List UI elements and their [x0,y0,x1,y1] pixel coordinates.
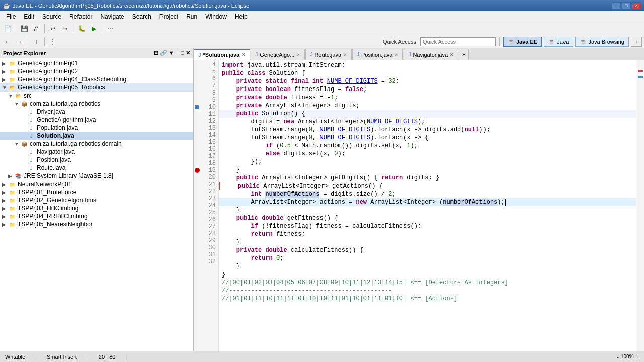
tb-sep3 [73,24,73,33]
tab-solution[interactable]: J *Solution.java ✕ [194,49,250,60]
list-item[interactable]: J Driver.java [0,108,193,116]
menu-item-help[interactable]: Help [231,12,252,21]
list-item[interactable]: ▶ 📁 TSPPrj05_NearestNeighbor [0,220,193,228]
minimize-panel-icon[interactable]: ─ [176,50,180,56]
list-item[interactable]: ▼ 📦 com.za.tutorial.ga.robotics [0,100,193,108]
maximize-button[interactable]: □ [622,2,631,9]
list-item[interactable]: J GeneticAlgorithm.java [0,116,193,124]
list-item[interactable]: J Solution.java [0,132,193,140]
link-editor-icon[interactable]: 🔗 [160,50,167,56]
list-item[interactable]: ▶ 📁 NeuralNetworkPrj01 [0,180,193,188]
minimize-button[interactable]: ─ [612,2,621,9]
menu-item-source[interactable]: Source [38,12,65,21]
code-line: else digits.set(x, 0); [219,150,636,158]
file-label: Navigator.java [37,148,75,155]
tab-close-icon[interactable]: ✕ [394,52,398,57]
list-item[interactable]: J Population.java [0,124,193,132]
list-item[interactable]: ▶ 📁 TSPPrj01_BruteForce [0,188,193,196]
tab-position[interactable]: J Position.java ✕ [352,49,403,60]
quickaccess-input[interactable] [420,37,496,46]
package-label: com.za.tutorial.ga.robotics.domain [30,140,122,147]
menu-item-window[interactable]: Window [201,12,231,21]
tab-close-icon[interactable]: ✕ [450,52,454,57]
forward-button[interactable]: → [14,37,25,47]
list-item[interactable]: ▶ 📁 GeneticAlgorithmPrj04_ClassSchedulin… [0,75,193,83]
new-button[interactable]: 📄 [2,24,13,34]
table-row: 21 [194,181,218,188]
table-row: 11 [194,111,218,118]
perspective-javaee[interactable]: ☕ Java EE [503,37,542,47]
expand-icon: ▼ [8,93,14,99]
list-item[interactable]: ▼ 📂 src [0,92,193,100]
nav-more[interactable]: ⋮ [47,37,58,47]
collapse-all-icon[interactable]: ⊟ [154,50,158,56]
list-item[interactable]: ▶ 📁 TSPPrj03_HillClimbing [0,204,193,212]
list-item[interactable]: ▶ 📁 GeneticAlgorithmPrj02 [0,67,193,75]
close-button[interactable]: ✕ [632,2,641,9]
collapse-icon: ▶ [2,69,8,74]
collapse-icon: ▶ [2,182,8,187]
up-button[interactable]: ↑ [31,37,42,47]
undo-button[interactable]: ↩ [47,24,58,34]
table-row: 23 [194,195,218,202]
table-row: 19 [194,167,218,174]
print-button[interactable]: 🖨 [31,24,42,34]
toolbar-perspectives: ← → ↑ ⋮ Quick Access ☕ Java EE ☕ Java ☕ … [0,35,644,48]
folder-icon: 📁 [8,189,16,196]
zoom-out-icon[interactable]: - [617,354,619,360]
zoom-in-icon[interactable]: + [636,354,639,360]
tab-geneticalgo[interactable]: J GeneticAlgo... ✕ [251,49,305,60]
expand-icon: ▼ [14,101,20,107]
menu-item-search[interactable]: Search [128,12,155,21]
package-label: com.za.tutorial.ga.robotics [30,100,100,107]
debug-button[interactable]: 🐛 [76,24,87,34]
maximize-panel-icon[interactable]: □ [181,50,184,56]
tab-close-icon[interactable]: ✕ [242,52,246,57]
save-button[interactable]: 💾 [19,24,30,34]
list-item[interactable]: ▶ 📁 TSPPrj02_GeneticAlgorithms [0,196,193,204]
menu-item-file[interactable]: File [2,12,20,21]
run-button[interactable]: ▶ [88,24,99,34]
overview-ruler[interactable] [636,60,644,351]
tb-more[interactable]: ⋯ [105,24,116,34]
tab-overflow[interactable]: » [459,49,469,60]
folder-icon: 📁 [8,60,16,67]
tab-route[interactable]: J Route.java ✕ [305,49,352,60]
tab-close-icon[interactable]: ✕ [296,52,300,57]
code-editor[interactable]: 4 5 6 7 8 9 10 11 12 13 14 15 16 17 [194,60,644,351]
view-menu-icon[interactable]: ▼ [169,50,174,56]
expand-icon: ▼ [14,141,20,147]
close-panel-icon[interactable]: ✕ [186,50,190,56]
menu-item-edit[interactable]: Edit [20,12,38,21]
perspective-java[interactable]: ☕ Java [544,37,573,47]
list-item[interactable]: J Position.java [0,156,193,164]
back-button[interactable]: ← [2,37,13,47]
java-tab-icon: J [198,52,201,58]
menu-item-refactor[interactable]: Refactor [65,12,96,21]
list-item[interactable]: J Navigator.java [0,148,193,156]
project-label: GeneticAlgorithmPrj05_Robotics [18,84,105,91]
code-line: //--------------------------------------… [219,287,636,295]
menu-item-run[interactable]: Run [182,12,201,21]
table-row: 13 [194,125,218,132]
redo-button[interactable]: ↪ [59,24,70,34]
perspective-javabrowsing[interactable]: ☕ Java Browsing [575,37,629,47]
list-item[interactable]: ▶ 📁 GeneticAlgorithmPrj01 [0,59,193,67]
java-tab-icon: J [408,52,411,57]
menu-item-navigate[interactable]: Navigate [96,12,128,21]
file-label: Position.java [37,156,71,163]
tab-navigator[interactable]: J Navigator.java ✕ [404,49,458,60]
perspective-add[interactable]: + [631,37,642,47]
javaee-icon: ☕ [508,38,515,45]
menu-item-project[interactable]: Project [155,12,182,21]
list-item[interactable]: J Route.java [0,164,193,172]
collapse-icon: ▶ [2,190,8,195]
list-item[interactable]: ▼ 📦 com.za.tutorial.ga.robotics.domain [0,140,193,148]
tab-close-icon[interactable]: ✕ [343,52,347,57]
list-item[interactable]: ▶ 📚 JRE System Library [JavaSE-1.8] [0,172,193,180]
code-line: } [219,262,636,270]
javabrowsing-icon: ☕ [580,38,587,45]
list-item[interactable]: ▶ 📁 TSPPrj04_RRHillClimbing [0,212,193,220]
code-content[interactable]: import java.util.stream.IntStream; publi… [219,60,636,351]
list-item[interactable]: ▼ 📂 GeneticAlgorithmPrj05_Robotics [0,83,193,92]
